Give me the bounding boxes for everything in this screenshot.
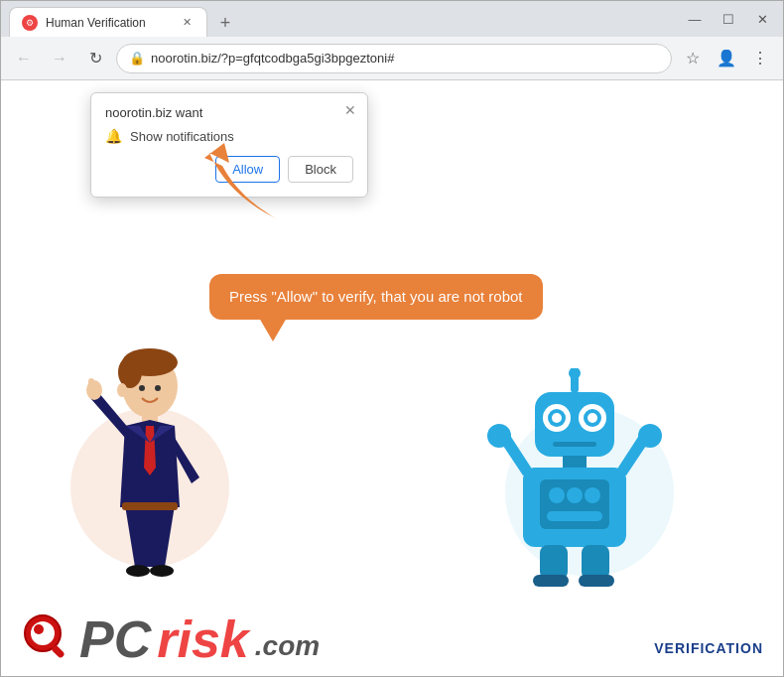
svg-point-8 <box>126 565 150 577</box>
svg-point-3 <box>117 383 127 397</box>
svg-rect-34 <box>579 575 614 587</box>
forward-button[interactable]: → <box>45 44 74 73</box>
close-window-button[interactable]: ✕ <box>749 6 775 32</box>
speech-bubble: Press "Allow" to verify, that you are no… <box>209 274 543 320</box>
svg-rect-21 <box>553 442 596 447</box>
dot-com-text: .com <box>255 630 320 662</box>
svg-rect-28 <box>547 511 602 521</box>
allow-button[interactable]: Allow <box>215 156 280 183</box>
svg-point-30 <box>638 424 662 448</box>
lock-icon: 🔒 <box>129 51 145 66</box>
business-person-illustration <box>61 348 239 587</box>
svg-point-29 <box>487 424 511 448</box>
browser-toolbar: ← → ↻ 🔒 noorotin.biz/?p=gfqtcodbga5gi3bp… <box>1 37 783 80</box>
browser-window: ⚙ Human Verification ✕ + — ☐ ✕ <box>0 0 784 677</box>
svg-point-13 <box>569 368 581 379</box>
svg-point-9 <box>150 565 174 577</box>
pcrisk-logo-icon <box>21 611 75 666</box>
svg-point-36 <box>31 621 55 645</box>
svg-rect-6 <box>88 378 94 394</box>
back-button[interactable]: ← <box>9 44 39 73</box>
risk-text: risk <box>157 613 249 665</box>
popup-close-button[interactable]: ✕ <box>341 101 359 119</box>
block-button[interactable]: Block <box>288 156 353 183</box>
reload-button[interactable]: ↻ <box>80 44 110 73</box>
bell-icon: 🔔 <box>105 128 122 144</box>
popup-buttons: Allow Block <box>105 156 353 183</box>
svg-point-26 <box>567 487 583 503</box>
minimize-button[interactable]: — <box>682 6 708 32</box>
svg-point-10 <box>139 385 145 391</box>
popup-title: noorotin.biz want <box>105 105 353 120</box>
tab-title: Human Verification <box>46 16 171 30</box>
speech-text: Press "Allow" to verify, that you are no… <box>229 288 523 305</box>
address-text: noorotin.biz/?p=gfqtcodbga5gi3bpgeztoni# <box>151 51 659 66</box>
popup-option: 🔔 Show notifications <box>105 128 353 144</box>
robot-illustration <box>485 368 664 587</box>
verification-label: VERIFICATION <box>654 640 763 656</box>
title-bar: ⚙ Human Verification ✕ + — ☐ ✕ <box>1 1 783 37</box>
tab-area: ⚙ Human Verification ✕ + <box>9 1 682 37</box>
tab-close-button[interactable]: ✕ <box>179 15 195 31</box>
toolbar-right-icons: ☆ 👤 ⋮ <box>678 44 775 73</box>
pcrisk-logo: PC risk .com <box>21 611 320 666</box>
address-bar[interactable]: 🔒 noorotin.biz/?p=gfqtcodbga5gi3bpgezton… <box>116 44 672 73</box>
tab-favicon: ⚙ <box>22 15 38 31</box>
svg-rect-31 <box>540 545 568 580</box>
svg-point-27 <box>585 487 600 503</box>
svg-point-19 <box>552 413 562 423</box>
svg-point-20 <box>588 413 597 423</box>
content-area: ✕ noorotin.biz want 🔔 Show notifications… <box>1 80 783 676</box>
pc-text: PC <box>79 613 151 665</box>
svg-rect-7 <box>122 502 178 510</box>
svg-point-11 <box>155 385 161 391</box>
svg-rect-24 <box>540 479 609 529</box>
svg-rect-32 <box>582 545 609 580</box>
window-controls: — ☐ ✕ <box>682 6 775 32</box>
active-tab[interactable]: ⚙ Human Verification ✕ <box>9 7 207 37</box>
popup-option-text: Show notifications <box>130 129 234 144</box>
svg-point-25 <box>549 487 565 503</box>
svg-point-37 <box>34 624 44 634</box>
new-tab-button[interactable]: + <box>211 9 239 37</box>
bookmark-button[interactable]: ☆ <box>678 44 708 73</box>
profile-button[interactable]: 👤 <box>712 44 741 73</box>
maximize-button[interactable]: ☐ <box>716 6 741 32</box>
svg-rect-22 <box>563 456 587 468</box>
notification-popup: ✕ noorotin.biz want 🔔 Show notifications… <box>90 92 368 198</box>
svg-rect-33 <box>533 575 569 587</box>
menu-button[interactable]: ⋮ <box>745 44 775 73</box>
